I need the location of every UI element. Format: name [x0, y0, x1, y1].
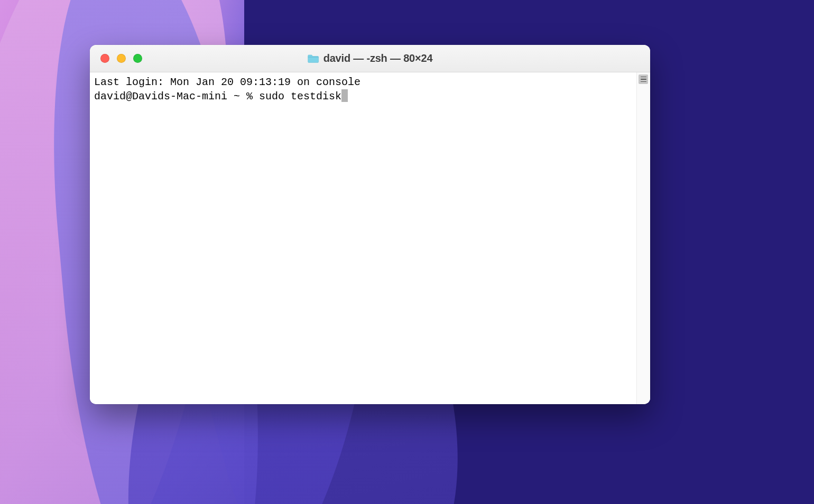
typed-command: sudo testdisk: [259, 90, 341, 102]
terminal-window: david — -zsh — 80×24 Last login: Mon Jan…: [90, 45, 650, 404]
terminal-content[interactable]: Last login: Mon Jan 20 09:13:19 on conso…: [90, 72, 636, 404]
folder-icon: [308, 54, 319, 63]
window-title: david — -zsh — 80×24: [323, 52, 433, 64]
prompt-line: david@Davids-Mac-mini ~ % sudo testdisk: [94, 89, 632, 104]
window-title-bar[interactable]: david — -zsh — 80×24: [90, 45, 650, 72]
terminal-body: Last login: Mon Jan 20 09:13:19 on conso…: [90, 72, 650, 404]
minimize-button[interactable]: [117, 54, 126, 63]
scrollbar[interactable]: [636, 72, 650, 404]
shell-prompt: david@Davids-Mac-mini ~ %: [94, 90, 259, 102]
title-content: david — -zsh — 80×24: [308, 52, 433, 64]
cursor: [341, 89, 348, 102]
scroll-indicator-icon: [639, 74, 648, 84]
last-login-line: Last login: Mon Jan 20 09:13:19 on conso…: [94, 76, 632, 89]
close-button[interactable]: [100, 54, 109, 63]
window-controls: [90, 54, 142, 63]
zoom-button[interactable]: [133, 54, 142, 63]
